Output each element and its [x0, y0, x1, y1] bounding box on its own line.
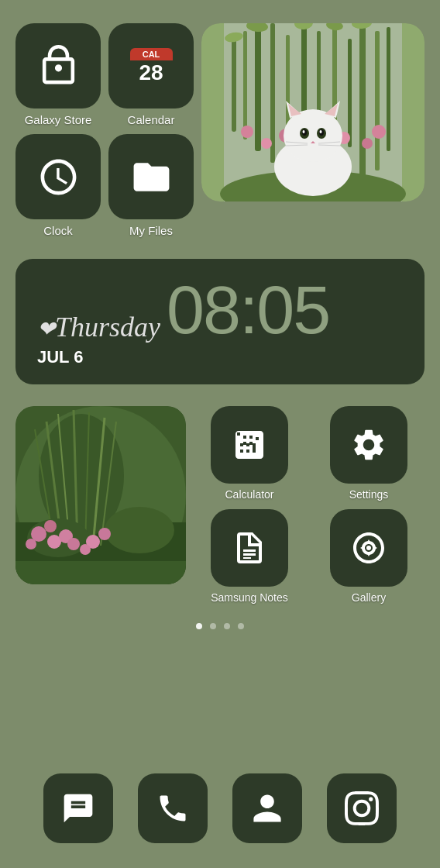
svg-point-24 — [372, 125, 386, 139]
clock-time: 08:05 — [167, 276, 329, 344]
app-clock[interactable]: Clock — [15, 134, 101, 237]
clock-icon — [15, 134, 101, 219]
svg-point-36 — [303, 130, 305, 133]
svg-rect-2 — [243, 31, 247, 140]
svg-point-18 — [241, 126, 253, 138]
app-calendar[interactable]: CAL 28 Calendar — [108, 23, 194, 126]
calendar-month: CAL — [130, 48, 173, 60]
app-my-files[interactable]: My Files — [108, 134, 194, 237]
my-files-label: My Files — [129, 224, 173, 237]
settings-icon — [330, 406, 407, 484]
svg-rect-11 — [375, 31, 380, 170]
svg-point-63 — [98, 528, 111, 540]
galaxy-store-label: Galaxy Store — [25, 113, 92, 126]
calendar-icon: CAL 28 — [108, 23, 194, 108]
svg-rect-1 — [232, 39, 236, 132]
svg-point-60 — [26, 539, 36, 549]
dot-3 — [224, 623, 230, 629]
svg-point-19 — [261, 138, 272, 149]
garden-photo-widget — [15, 406, 186, 584]
dock — [15, 764, 425, 852]
svg-rect-9 — [348, 39, 352, 147]
clock-day: ❤Thursday — [37, 313, 160, 341]
svg-rect-12 — [387, 27, 390, 151]
calendar-label: Calendar — [128, 113, 175, 126]
svg-point-66 — [366, 546, 371, 550]
dock-contacts[interactable] — [232, 773, 302, 843]
clock-time-row: ❤Thursday 08:05 — [37, 276, 403, 344]
cat-photo-widget — [201, 23, 425, 202]
calculator-label: Calculator — [225, 488, 273, 501]
dock-messages[interactable] — [43, 773, 113, 843]
samsung-notes-label: Samsung Notes — [211, 591, 288, 604]
gallery-icon — [330, 509, 407, 587]
app-calculator[interactable]: Calculator — [194, 406, 305, 501]
svg-rect-65 — [15, 561, 186, 584]
dot-2 — [210, 623, 216, 629]
page-dots — [0, 623, 440, 629]
svg-point-37 — [320, 130, 322, 133]
contacts-icon — [232, 773, 302, 843]
bottom-right-apps: Calculator Settings Samsung Notes — [194, 406, 425, 604]
svg-point-61 — [67, 538, 80, 550]
messages-icon — [43, 773, 113, 843]
samsung-notes-icon — [211, 509, 288, 587]
svg-point-27 — [284, 109, 342, 162]
galaxy-store-icon — [15, 23, 101, 108]
my-files-icon — [108, 134, 194, 219]
svg-rect-10 — [359, 23, 366, 178]
svg-point-58 — [44, 520, 57, 532]
app-galaxy-store[interactable]: Galaxy Store — [15, 23, 101, 126]
calendar-date: 28 — [139, 62, 163, 84]
svg-point-64 — [80, 544, 91, 555]
app-samsung-notes[interactable]: Samsung Notes — [194, 509, 305, 604]
calculator-icon — [211, 406, 288, 484]
app-settings[interactable]: Settings — [313, 406, 425, 501]
clock-widget: ❤Thursday 08:05 JUL 6 — [15, 259, 425, 384]
clock-label: Clock — [43, 224, 73, 237]
top-left-apps: Galaxy Store CAL 28 Calendar Clock — [15, 23, 194, 237]
dock-phone[interactable] — [138, 773, 208, 843]
dock-instagram[interactable] — [327, 773, 397, 843]
svg-point-55 — [105, 507, 174, 553]
svg-rect-3 — [255, 27, 261, 151]
gallery-label: Gallery — [352, 591, 386, 604]
top-app-grid: Galaxy Store CAL 28 Calendar Clock — [0, 0, 440, 245]
dot-4 — [238, 623, 244, 629]
bottom-app-grid: Calculator Settings Samsung Notes — [0, 398, 440, 612]
dot-1 — [196, 623, 202, 629]
app-gallery[interactable]: Gallery — [313, 509, 425, 604]
clock-date: JUL 6 — [37, 347, 403, 367]
settings-label: Settings — [349, 488, 389, 501]
phone-icon — [138, 773, 208, 843]
svg-point-23 — [362, 138, 373, 149]
instagram-icon — [327, 773, 397, 843]
